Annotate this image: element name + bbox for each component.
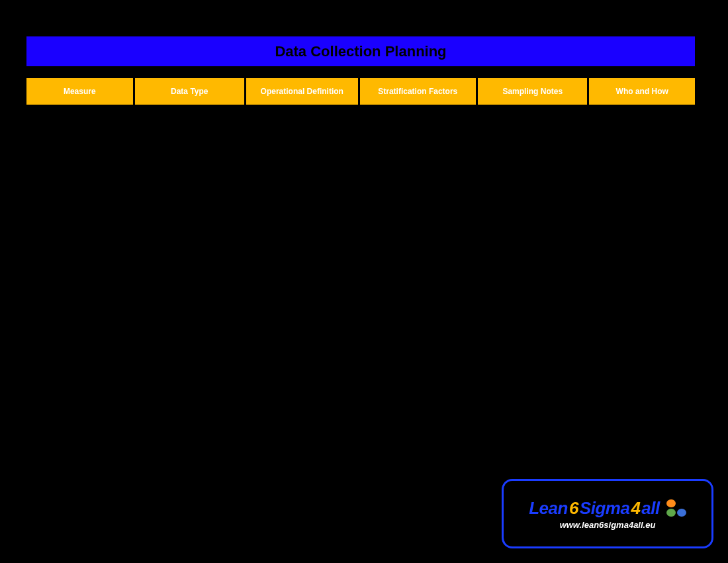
header-who-and-how: Who and How xyxy=(589,78,695,105)
logo-word-all: all xyxy=(641,498,659,519)
logo-word-six: 6 xyxy=(569,498,578,519)
page-title: Data Collection Planning xyxy=(275,43,446,60)
logo-main: Lean6Sigma4all xyxy=(529,498,686,519)
column-headers: Measure Data Type Operational Definition… xyxy=(26,78,695,105)
header-operational-definition: Operational Definition xyxy=(246,78,357,105)
logo-word-lean: Lean xyxy=(529,498,568,519)
header-sampling-notes: Sampling Notes xyxy=(478,78,588,105)
header-data-type: Data Type xyxy=(135,78,245,105)
title-bar: Data Collection Planning xyxy=(26,36,695,66)
logo-url: www.lean6sigma4all.eu xyxy=(560,520,656,530)
logo-word-four: 4 xyxy=(631,498,640,519)
header-measure: Measure xyxy=(26,78,133,105)
logo-decor-icon xyxy=(666,499,686,517)
header-stratification-factors: Stratification Factors xyxy=(360,78,476,105)
logo-box: Lean6Sigma4all www.lean6sigma4all.eu xyxy=(502,479,713,548)
logo-word-sigma: Sigma xyxy=(580,498,630,519)
